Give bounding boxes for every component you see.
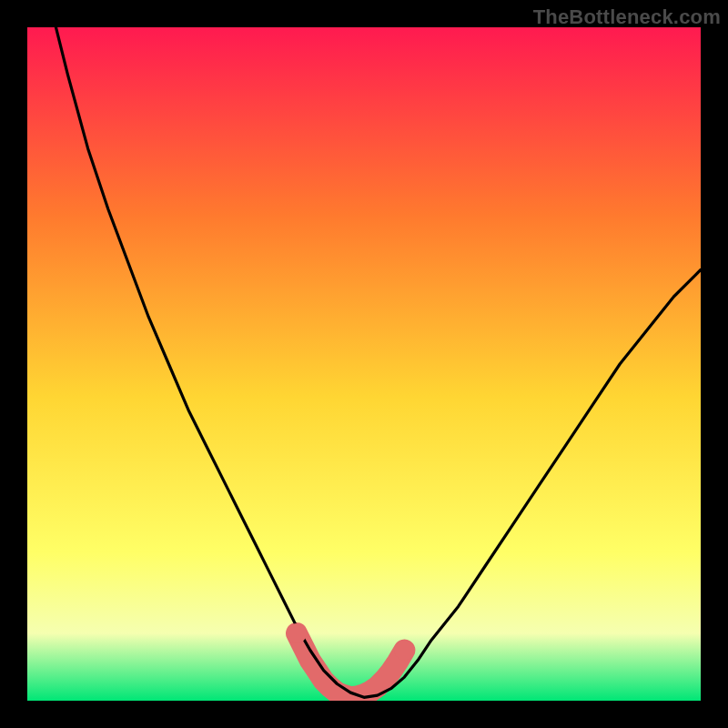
chart-frame: TheBottleneck.com — [0, 0, 728, 728]
marker-dot — [394, 641, 414, 661]
chart-svg — [27, 27, 701, 701]
plot-area — [27, 27, 701, 701]
watermark-text: TheBottleneck.com — [533, 5, 721, 29]
gradient-background — [27, 27, 701, 701]
marker-dot — [287, 623, 307, 643]
